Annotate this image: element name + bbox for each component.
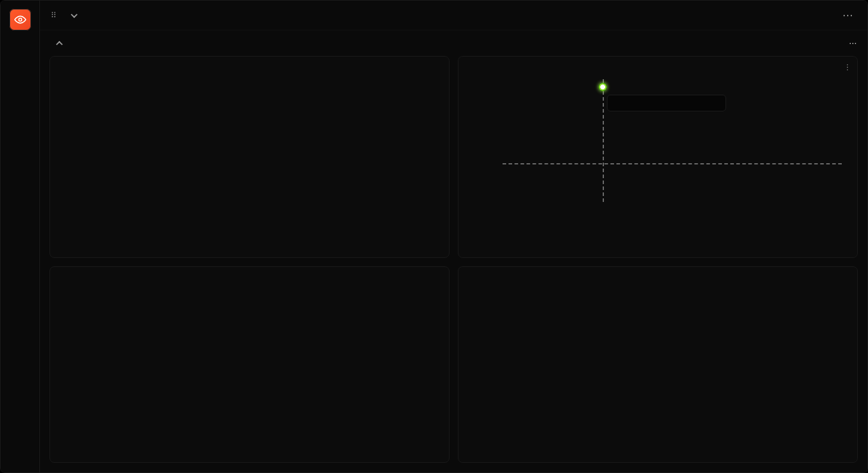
chart-memory[interactable] [467, 71, 849, 247]
chart-tooltip [607, 95, 726, 111]
chart-mem-ns[interactable] [467, 281, 849, 457]
sidebar [1, 1, 40, 472]
chart-cpu[interactable] [58, 71, 441, 247]
hover-crosshair-v [603, 79, 604, 202]
panel-menu-button[interactable]: ⋮ [844, 63, 851, 71]
legend [467, 247, 849, 251]
legend [58, 247, 441, 251]
panel-memory-namespace [458, 266, 858, 463]
hover-point [599, 83, 607, 91]
panel-cpu-usage [49, 56, 450, 258]
hover-crosshair-h [503, 163, 842, 164]
panel-cpu-namespace [49, 266, 450, 463]
svg-point-0 [18, 18, 21, 21]
header-menu-button[interactable]: ⋯ [839, 8, 857, 23]
chevron-up-icon [56, 41, 63, 47]
drag-handle-icon[interactable]: ⠿ [51, 11, 57, 20]
logo[interactable] [10, 9, 31, 30]
panel-memory-usage: ⋮ [458, 56, 858, 258]
chevron-down-icon[interactable] [70, 11, 77, 17]
section-menu-button[interactable]: ⋯ [849, 39, 857, 48]
widgets-header: ⠿ ⋯ [40, 1, 867, 30]
section-resources[interactable]: ⋯ [40, 30, 867, 56]
chart-cpu-ns[interactable] [58, 281, 441, 457]
